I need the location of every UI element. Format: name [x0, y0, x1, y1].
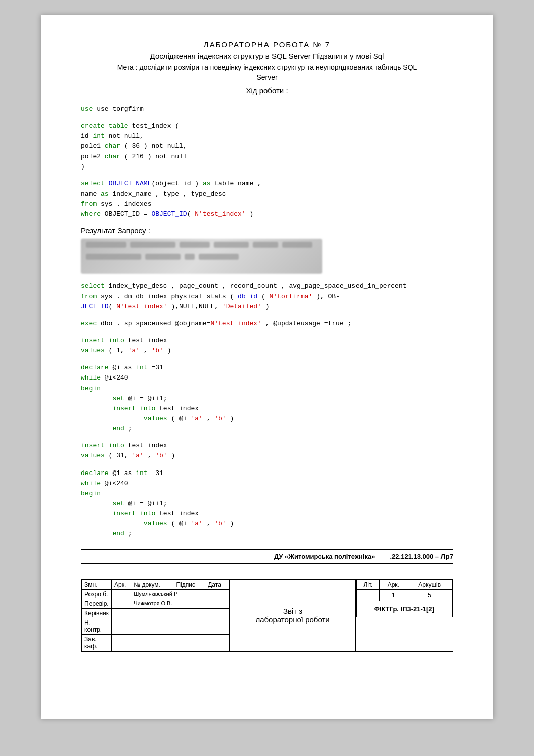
ark-label: Арк.: [380, 580, 407, 589]
code-select1: select OBJECT_NAME(object_id ) as table_…: [81, 179, 453, 220]
result-label: Результат Запросу :: [81, 226, 453, 235]
subtitle: Дослідження індексних структур в SQL Ser…: [81, 52, 453, 60]
footer-right-table: Літ. Арк. Аркушів 1 5: [356, 580, 453, 601]
page: ЛАБОРАТОРНА РОБОТА № 7 Дослідження індек…: [41, 15, 493, 719]
server-label: Server: [81, 73, 453, 81]
code-loop2: declare @i as int =31 while @i<240 begin…: [81, 468, 453, 539]
footer-perevirr-label: Перевір.: [82, 599, 112, 608]
report-line1: Звіт з: [236, 607, 349, 615]
footer-header-zmn: Змн.: [82, 580, 112, 589]
footer-zavkaf-label: Зав. каф.: [82, 634, 112, 651]
footer-nkontr-person: [131, 618, 229, 634]
code-exec: exec dbo . sp_spaceused @objname=N'test_…: [81, 319, 453, 329]
meta-line: Мета : дослідити розміри та поведінку ін…: [81, 63, 453, 71]
ark-val: 1: [380, 589, 407, 601]
footer-nkontr-label: Н. контр.: [82, 618, 112, 634]
footer-header-ark: Арк.: [111, 580, 131, 589]
footer-perevirr-person: Чижмотря О.В.: [131, 599, 229, 608]
footer-section: ДУ «Житомирська політехніка» .22.121.13.…: [81, 549, 453, 652]
work-heading: Хід роботи :: [81, 86, 453, 95]
doc-number: .22.121.13.000 – Лр7: [390, 553, 454, 560]
footer-university-row: ДУ «Житомирська політехніка» .22.121.13.…: [81, 550, 453, 564]
title-section: ЛАБОРАТОРНА РОБОТА № 7 Дослідження індек…: [81, 40, 453, 81]
footer-zavkaf-person: [131, 634, 229, 651]
arkushiv-val: 5: [407, 589, 453, 601]
footer-header-data: Дата: [205, 580, 229, 589]
footer-perevirr-ark: [111, 599, 131, 608]
footer-rozro-person: Шумляківський Р: [131, 589, 229, 599]
kw-use: use: [81, 105, 93, 113]
code-insert2: insert into test_index values ( 31, 'a' …: [81, 441, 453, 461]
report-line2: лабораторної роботи: [236, 615, 349, 624]
footer-header-pidpys: Підпис: [173, 580, 205, 589]
code-select2: select index_type_desc , page_count , re…: [81, 281, 453, 311]
blurred-result-table: [81, 239, 322, 274]
group-label: ФІКТГр. ІПЗ-21-1[2]: [356, 601, 453, 617]
main-title: ЛАБОРАТОРНА РОБОТА № 7: [81, 40, 453, 49]
university-name: ДУ «Житомирська політехніка»: [274, 553, 375, 560]
code-create-table: create table test_index ( id int not nul…: [81, 121, 453, 172]
footer-main-table: Змн. Арк. № докум. Підпис Дата Розро б. …: [81, 579, 453, 652]
footer-rozro-label: Розро б.: [82, 589, 112, 599]
footer-kerivnyk-label: Керівник: [82, 608, 112, 618]
code-insert1: insert into test_index values ( 1, 'a' ,…: [81, 336, 453, 356]
footer-right-section: Літ. Арк. Аркушів 1 5 ФІКТГр. ІПЗ-21-1[2…: [355, 579, 453, 651]
footer-left-table: Змн. Арк. № докум. Підпис Дата Розро б. …: [81, 580, 230, 651]
code-use: use use torgfirm: [81, 104, 453, 114]
lit-label: Літ.: [356, 580, 380, 589]
footer-report-center: Звіт з лабораторної роботи: [230, 579, 355, 651]
footer-header-noDok: № докум.: [131, 580, 173, 589]
footer-kerivnyk-ark: [111, 608, 131, 618]
footer-kerivnyk-person: [131, 608, 229, 618]
footer-rozro-ark: [111, 589, 131, 599]
lit-val: [356, 589, 380, 601]
footer-nkontr-ark: [111, 618, 131, 634]
footer-zavkaf-ark: [111, 634, 131, 651]
code-loop1: declare @i as int =31 while @i<240 begin…: [81, 363, 453, 434]
arkushiv-label: Аркушів: [407, 580, 453, 589]
